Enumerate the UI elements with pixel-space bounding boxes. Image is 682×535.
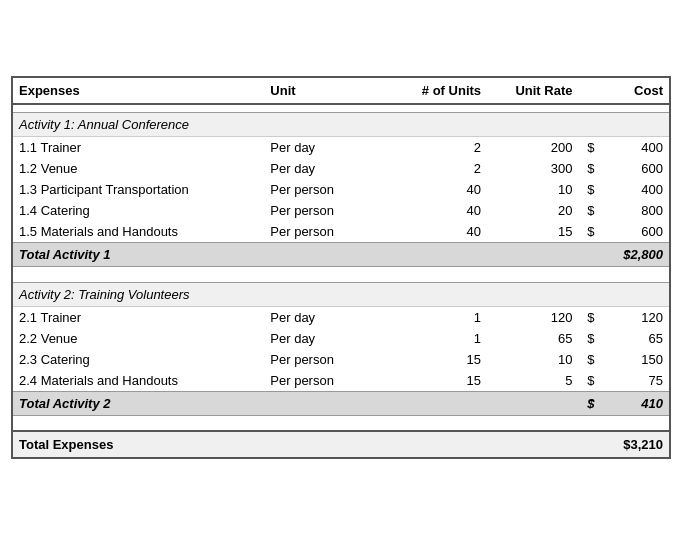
spacer-4 — [13, 415, 669, 423]
expense-units: 40 — [390, 179, 487, 200]
expense-dollar: $ — [578, 179, 600, 200]
expense-cost: 65 — [600, 328, 669, 349]
expense-name: 1.4 Catering — [13, 200, 264, 221]
expense-name: 2.1 Trainer — [13, 306, 264, 328]
spacer-1 — [13, 104, 669, 112]
expense-rate: 300 — [487, 158, 578, 179]
expense-unit: Per day — [264, 158, 390, 179]
table-row: 2.3 Catering Per person 15 10 $ 150 — [13, 349, 669, 370]
activity2-label: Activity 2: Training Volunteers — [13, 282, 669, 306]
spacer-3 — [13, 274, 669, 282]
expense-name: 1.5 Materials and Handouts — [13, 221, 264, 243]
expense-rate: 20 — [487, 200, 578, 221]
expense-dollar: $ — [578, 221, 600, 243]
expense-dollar: $ — [578, 328, 600, 349]
expense-unit: Per person — [264, 349, 390, 370]
expense-rate: 10 — [487, 179, 578, 200]
spacer-5 — [13, 423, 669, 431]
expense-dollar: $ — [578, 136, 600, 158]
expense-cost: 600 — [600, 158, 669, 179]
table-row: 1.2 Venue Per day 2 300 $ 600 — [13, 158, 669, 179]
activity2-total-row: Total Activity 2 $ 410 — [13, 391, 669, 415]
grand-total-label: Total Expenses — [13, 431, 578, 457]
activity2-total-dollar: $ — [578, 391, 600, 415]
activity1-total-cost: $2,800 — [600, 242, 669, 266]
activity1-total-dollar — [578, 242, 600, 266]
expense-rate: 10 — [487, 349, 578, 370]
activity2-total-cost: 410 — [600, 391, 669, 415]
expense-cost: 400 — [600, 179, 669, 200]
expense-rate: 5 — [487, 370, 578, 392]
table-row: 2.4 Materials and Handouts Per person 15… — [13, 370, 669, 392]
activity2-header-row: Activity 2: Training Volunteers — [13, 282, 669, 306]
expense-rate: 65 — [487, 328, 578, 349]
expense-unit: Per person — [264, 370, 390, 392]
activity1-total-label: Total Activity 1 — [13, 242, 578, 266]
grand-total-dollar — [578, 431, 600, 457]
expense-dollar: $ — [578, 158, 600, 179]
table-row: 2.2 Venue Per day 1 65 $ 65 — [13, 328, 669, 349]
expense-rate: 200 — [487, 136, 578, 158]
table-row: 1.1 Trainer Per day 2 200 $ 400 — [13, 136, 669, 158]
expense-dollar: $ — [578, 370, 600, 392]
expense-unit: Per person — [264, 200, 390, 221]
table-header: Expenses Unit # of Units Unit Rate Cost — [13, 78, 669, 104]
expense-dollar: $ — [578, 349, 600, 370]
expense-name: 1.2 Venue — [13, 158, 264, 179]
expense-units: 40 — [390, 200, 487, 221]
expense-cost: 150 — [600, 349, 669, 370]
expense-name: 2.2 Venue — [13, 328, 264, 349]
expense-units: 40 — [390, 221, 487, 243]
expense-cost: 120 — [600, 306, 669, 328]
spacer-2 — [13, 266, 669, 274]
expense-unit: Per day — [264, 306, 390, 328]
budget-table: Expenses Unit # of Units Unit Rate Cost … — [11, 76, 671, 459]
header-expense: Expenses — [13, 78, 264, 104]
table-row: 2.1 Trainer Per day 1 120 $ 120 — [13, 306, 669, 328]
expense-rate: 120 — [487, 306, 578, 328]
expense-cost: 800 — [600, 200, 669, 221]
grand-total-row: Total Expenses $3,210 — [13, 431, 669, 457]
expense-unit: Per person — [264, 179, 390, 200]
activity1-header-row: Activity 1: Annual Conference — [13, 112, 669, 136]
activity2-total-label: Total Activity 2 — [13, 391, 578, 415]
expense-rate: 15 — [487, 221, 578, 243]
expense-cost: 75 — [600, 370, 669, 392]
expense-name: 2.3 Catering — [13, 349, 264, 370]
expense-dollar: $ — [578, 306, 600, 328]
expense-units: 1 — [390, 328, 487, 349]
expense-units: 1 — [390, 306, 487, 328]
expense-dollar: $ — [578, 200, 600, 221]
header-dollar — [578, 78, 600, 104]
activity1-total-row: Total Activity 1 $2,800 — [13, 242, 669, 266]
expense-units: 2 — [390, 158, 487, 179]
header-units: # of Units — [390, 78, 487, 104]
expense-units: 2 — [390, 136, 487, 158]
expense-unit: Per day — [264, 136, 390, 158]
table-row: 1.3 Participant Transportation Per perso… — [13, 179, 669, 200]
expense-units: 15 — [390, 349, 487, 370]
expense-name: 1.3 Participant Transportation — [13, 179, 264, 200]
activity1-label: Activity 1: Annual Conference — [13, 112, 669, 136]
header-cost: Cost — [600, 78, 669, 104]
expense-cost: 400 — [600, 136, 669, 158]
expense-units: 15 — [390, 370, 487, 392]
expense-unit: Per person — [264, 221, 390, 243]
expense-unit: Per day — [264, 328, 390, 349]
expense-name: 1.1 Trainer — [13, 136, 264, 158]
grand-total-cost: $3,210 — [600, 431, 669, 457]
expense-cost: 600 — [600, 221, 669, 243]
header-unit: Unit — [264, 78, 390, 104]
table-row: 1.4 Catering Per person 40 20 $ 800 — [13, 200, 669, 221]
header-rate: Unit Rate — [487, 78, 578, 104]
table-row: 1.5 Materials and Handouts Per person 40… — [13, 221, 669, 243]
expense-name: 2.4 Materials and Handouts — [13, 370, 264, 392]
